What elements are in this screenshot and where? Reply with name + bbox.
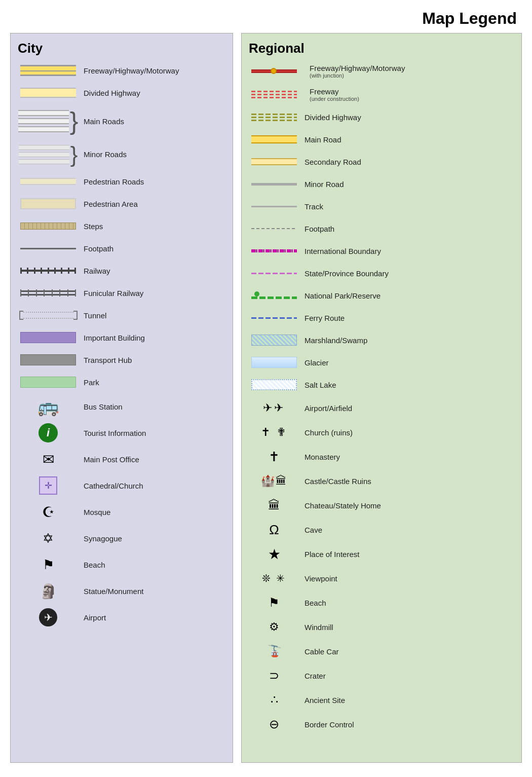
reg-main-road-symbol [249,135,299,143]
reg-intl-boundary-symbol [249,249,299,252]
footpath-label: Footpath [79,244,113,253]
list-item: Minor Road [249,175,514,193]
list-item: ✝ ✟ Church (ruins) [249,422,514,442]
reg-intl-boundary-label: International Boundary [299,247,381,255]
tunnel-label: Tunnel [79,311,106,320]
list-item: ❊ ✳ Viewpoint [249,568,514,588]
reg-cave-symbol: Ω [249,522,299,538]
funicular-label: Funicular Railway [79,289,143,298]
reg-secondary-road-label: Secondary Road [299,158,361,166]
reg-state-boundary-symbol [249,273,299,274]
reg-saltlake-symbol [249,379,299,390]
reg-main-road-label: Main Road [299,135,341,144]
reg-marshland-symbol [249,335,299,346]
reg-footpath-symbol [249,228,299,229]
reg-natpark-symbol [249,291,299,300]
reg-viewpoint-label: Viewpoint [299,574,337,583]
list-item: ✉ Main Post Office [18,448,225,470]
list-item: Track [249,197,514,215]
reg-beach-label: Beach [299,599,326,607]
list-item: ⊖ Border Control [249,714,514,734]
airport-city-symbol: ✈ [18,608,79,626]
reg-windmill-symbol: ⚙ [249,620,299,634]
reg-minor-road-label: Minor Road [299,180,344,189]
mosque-label: Mosque [79,508,110,516]
reg-glacier-label: Glacier [299,358,329,367]
park-label: Park [79,378,99,387]
reg-viewpoint-symbol: ❊ ✳ [249,572,299,584]
list-item: Funicular Railway [18,284,225,302]
beach-city-label: Beach [79,561,105,569]
list-item: Salt Lake [249,376,514,394]
list-item: ✛ Cathedral/Church [18,474,225,497]
footpath-symbol [18,248,79,249]
list-item: Divided Highway [18,84,225,102]
reg-monastery-label: Monastery [299,453,340,461]
reg-ferry-symbol [249,317,299,319]
list-item: Glacier [249,353,514,372]
main-roads-label: Main Roads [79,117,124,126]
post-office-label: Main Post Office [79,455,139,464]
reg-track-symbol [249,206,299,207]
list-item: Pedestrian Roads [18,172,225,191]
reg-freeway-symbol [249,66,299,76]
reg-fc-sublabel: (under construction) [305,96,359,102]
reg-windmill-label: Windmill [299,623,333,632]
bus-station-symbol: 🚌 [18,396,79,417]
reg-saltlake-label: Salt Lake [299,381,336,389]
reg-poi-symbol: ★ [249,546,299,563]
list-item: Park [18,373,225,391]
steps-label: Steps [79,222,103,231]
list-item: Marshland/Swamp [249,331,514,349]
reg-chateau-label: Chateau/Stately Home [299,501,381,510]
list-item: Freeway/Highway/Motorway (with junction) [249,61,514,81]
reg-cave-label: Cave [299,526,322,534]
list-item: 🗿 Statue/Monument [18,580,225,602]
reg-monastery-symbol: ✝ [249,449,299,465]
reg-airport-label: Airport/Airfield [299,404,352,413]
reg-church-label: Church (ruins) [299,428,353,437]
pedestrian-area-symbol [18,198,79,209]
list-item: 🚌 Bus Station [18,395,225,418]
list-item: ⚑ Beach [249,593,514,613]
bus-station-label: Bus Station [79,402,123,411]
reg-beach-symbol: ⚑ [249,596,299,610]
mosque-symbol: ☪ [18,504,79,521]
list-item: Steps [18,217,225,235]
beach-city-symbol: ⚑ [18,557,79,573]
reg-minor-road-symbol [249,183,299,186]
reg-track-label: Track [299,202,323,211]
city-title: City [18,41,225,56]
list-item: Main Road [249,130,514,149]
list-item: ✝ Monastery [249,447,514,467]
list-item: Freeway (under construction) [249,85,514,104]
list-item: Divided Highway [249,108,514,126]
post-office-symbol: ✉ [18,451,79,468]
list-item: ✈✈ Airport/Airfield [249,398,514,418]
synagogue-label: Synagogue [79,534,122,543]
freeway-label: Freeway/Highway/Motorway [79,66,179,75]
reg-ancient-symbol: ∴ [249,693,299,707]
list-item: Tunnel [18,306,225,324]
reg-footpath-label: Footpath [299,225,334,233]
pedestrian-roads-label: Pedestrian Roads [79,177,144,186]
tourist-info-label: Tourist Information [79,429,146,437]
list-item: Footpath [249,219,514,238]
list-item: Secondary Road [249,153,514,171]
reg-castle-label: Castle/Castle Ruins [299,477,371,486]
pedestrian-area-label: Pedestrian Area [79,200,138,208]
list-item: Important Building [18,328,225,347]
tourist-info-symbol: i [18,423,79,442]
funicular-symbol [18,288,79,298]
list-item: ⚙ Windmill [249,617,514,637]
reg-church-symbol: ✝ ✟ [249,426,299,439]
list-item: 🏛 Chateau/Stately Home [249,495,514,515]
important-building-label: Important Building [79,334,145,342]
reg-freeway-label: Freeway/Highway/Motorway [305,64,405,72]
list-item: ✡ Synagogue [18,527,225,549]
divided-highway-label: Divided Highway [79,89,140,97]
synagogue-symbol: ✡ [18,531,79,546]
list-item: 🏰🏛 Castle/Castle Ruins [249,471,514,491]
list-item: Pedestrian Area [18,195,225,213]
statue-symbol: 🗿 [18,583,79,600]
